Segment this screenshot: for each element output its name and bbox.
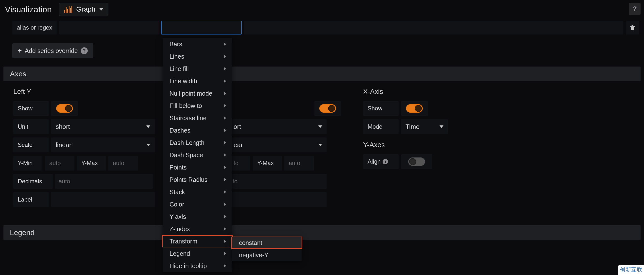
menu-item-z-index[interactable]: Z-index [162, 223, 232, 235]
menu-item-transform[interactable]: Transform [162, 235, 233, 248]
right-y-unit-select[interactable]: ort [229, 119, 327, 134]
chevron-down-icon [318, 144, 322, 146]
delete-override-button[interactable] [626, 21, 639, 34]
y-axes-title: Y-Axes [363, 141, 516, 149]
right-y-show-toggle[interactable] [314, 101, 341, 116]
left-y-ymax-input[interactable] [108, 156, 138, 170]
chevron-right-icon [224, 116, 226, 120]
toggle-on-icon [56, 104, 73, 112]
series-override-row: alias or regex [12, 21, 639, 34]
chevron-right-icon [224, 264, 226, 268]
left-y-unit-value: short [56, 123, 70, 130]
chevron-right-icon [224, 190, 226, 194]
left-y-show-toggle[interactable] [51, 101, 78, 116]
chevron-down-icon [146, 126, 150, 128]
menu-item-dash-length[interactable]: Dash Length [162, 136, 232, 149]
chevron-right-icon [224, 178, 226, 181]
y-axes-align-toggle[interactable] [401, 154, 432, 169]
help-button[interactable]: ? [629, 3, 640, 15]
menu-item-points-radius[interactable]: Points Radius [162, 174, 232, 186]
left-y-unit-select[interactable]: short [51, 119, 155, 134]
chevron-right-icon [224, 129, 226, 132]
right-y-scale-select[interactable]: ear [229, 138, 327, 152]
menu-item-staircase-line[interactable]: Staircase line [162, 112, 232, 124]
chevron-right-icon [224, 252, 226, 255]
menu-item-label: Lines [170, 53, 184, 60]
graph-icon [64, 6, 72, 13]
right-y-ymax-input[interactable] [284, 156, 314, 170]
menu-item-hide-in-tooltip[interactable]: Hide in tooltip [162, 260, 232, 272]
menu-item-bars[interactable]: Bars [162, 38, 232, 50]
header: Visualization Graph [0, 0, 644, 19]
right-y-scale-value: ear [234, 141, 243, 149]
chevron-down-icon [318, 126, 322, 128]
x-axis-show-toggle[interactable] [401, 101, 428, 116]
left-y-scale-label: Scale [13, 138, 49, 152]
menu-item-label: Dash Space [170, 152, 203, 159]
menu-item-label: Null point mode [170, 90, 212, 97]
info-icon: i [382, 159, 388, 164]
chevron-right-icon [224, 215, 226, 218]
menu-item-line-width[interactable]: Line width [162, 75, 232, 87]
menu-item-dashes[interactable]: Dashes [162, 124, 232, 136]
viz-type-label: Graph [76, 6, 95, 13]
chevron-down-icon [99, 8, 103, 10]
menu-item-null-point-mode[interactable]: Null point mode [162, 87, 232, 100]
transform-submenu: constantnegative-Y [232, 236, 302, 261]
menu-item-label: Line fill [170, 65, 189, 72]
menu-item-dash-space[interactable]: Dash Space [162, 149, 232, 161]
menu-item-label: Hide in tooltip [170, 262, 207, 270]
left-y-ymin-input[interactable] [45, 156, 74, 170]
menu-item-label: Stack [170, 188, 185, 196]
left-y-show-label: Show [13, 101, 49, 116]
add-series-override-button[interactable]: + Add series override ? [12, 43, 93, 58]
right-y-ymin-input[interactable] [229, 156, 250, 170]
x-axis-mode-label: Mode [363, 119, 398, 134]
chevron-right-icon [224, 240, 226, 243]
x-axis-mode-select[interactable]: Time [401, 119, 448, 134]
chevron-right-icon [224, 153, 226, 157]
left-y-label-label: Label [13, 192, 49, 207]
toggle-on-icon [406, 104, 423, 112]
chevron-down-icon [146, 144, 150, 146]
menu-item-label: Points [170, 164, 186, 171]
menu-item-points[interactable]: Points [162, 161, 232, 174]
watermark-badge: 创新互联 [618, 265, 644, 275]
menu-item-label: Legend [170, 250, 190, 257]
viz-type-picker[interactable]: Graph [59, 3, 108, 16]
menu-item-label: Line width [170, 78, 197, 85]
menu-item-fill-below-to[interactable]: Fill below to [162, 100, 232, 112]
chevron-right-icon [224, 202, 226, 206]
legend-section-header[interactable]: Legend [4, 225, 640, 240]
left-y-title: Left Y [13, 88, 166, 96]
alias-input-1[interactable] [59, 21, 159, 34]
menu-item-color[interactable]: Color [162, 198, 232, 210]
left-y-unit-label: Unit [13, 119, 49, 134]
menu-item-label: Bars [170, 41, 182, 48]
y-axes-align-label: Align i [363, 154, 398, 169]
menu-item-legend[interactable]: Legend [162, 248, 232, 260]
submenu-item-constant[interactable]: constant [231, 236, 302, 249]
menu-item-line-fill[interactable]: Line fill [162, 62, 232, 75]
submenu-item-label: negative-Y [239, 252, 268, 259]
menu-item-label: Staircase line [170, 114, 206, 122]
menu-item-y-axis[interactable]: Y-axis [162, 210, 232, 223]
add-series-override-label: Add series override [25, 47, 78, 54]
question-icon: ? [632, 5, 637, 13]
alias-input-2[interactable] [161, 21, 242, 34]
right-y-ymax-label: Y-Max [253, 156, 282, 170]
right-y-decimals-input[interactable] [229, 174, 327, 189]
submenu-item-negative-y[interactable]: negative-Y [232, 249, 302, 261]
left-y-decimals-input[interactable] [55, 174, 153, 189]
x-axis-show-label: Show [363, 101, 398, 116]
menu-item-lines[interactable]: Lines [162, 50, 232, 62]
menu-item-stack[interactable]: Stack [162, 186, 232, 198]
left-y-scale-select[interactable]: linear [51, 138, 155, 152]
left-y-label-input[interactable] [51, 192, 155, 207]
plus-icon: + [18, 47, 22, 55]
chevron-right-icon [224, 227, 226, 231]
page-title: Visualization [5, 5, 52, 14]
axes-section-header[interactable]: Axes [4, 66, 640, 81]
right-y-label-input[interactable] [229, 192, 327, 207]
menu-item-label: Color [170, 201, 184, 208]
